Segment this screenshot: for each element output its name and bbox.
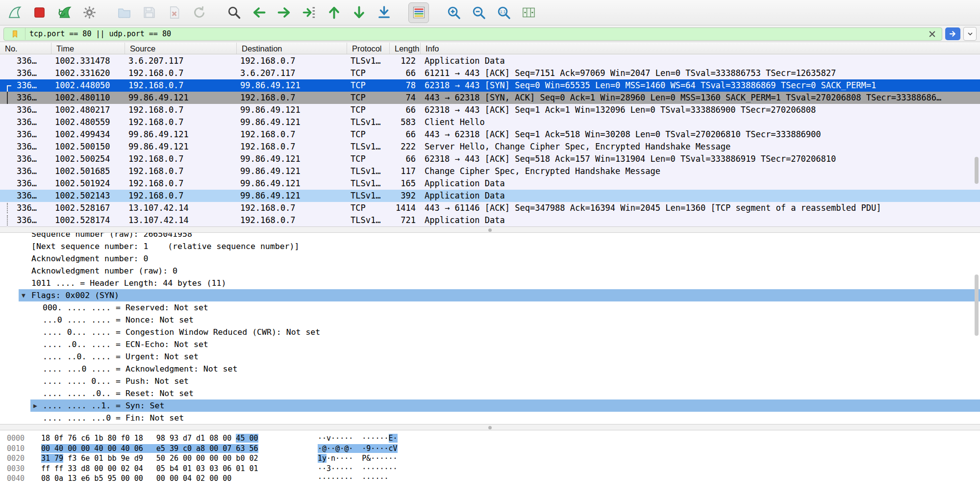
filter-dropdown-button[interactable] <box>963 27 977 41</box>
zoom-reset-button[interactable]: 1:1 <box>493 2 514 23</box>
cell-info: Application Data <box>421 190 980 202</box>
detail-line[interactable]: [Next sequence number: 1 (relative seque… <box>0 240 980 252</box>
hex-ascii[interactable]: ··v····· ······E· <box>318 433 398 444</box>
cell-protocol: TLSv1… <box>347 141 390 153</box>
resize-columns-button[interactable] <box>518 2 539 23</box>
detail-text: .... .... ...0 = Fin: Not set <box>43 412 184 424</box>
find-packet-button[interactable] <box>224 2 244 23</box>
collapse-icon[interactable]: ▼ <box>22 289 25 301</box>
packet-row[interactable]: 336…1002.48011099.86.49.121192.168.0.7TC… <box>0 92 980 104</box>
zoom-out-icon <box>471 5 486 20</box>
column-header-destination[interactable]: Destination <box>237 43 347 54</box>
detail-line[interactable]: ▼Flags: 0x002 (SYN) <box>0 289 980 301</box>
splitter-handle-icon[interactable] <box>488 426 492 429</box>
hex-ascii[interactable]: ········ ······ <box>318 474 389 484</box>
column-header-time[interactable]: Time <box>51 43 125 54</box>
hex-ascii[interactable]: ··3····· ········ <box>318 464 398 474</box>
auto-scroll-button[interactable] <box>374 2 394 23</box>
detail-line[interactable]: Acknowledgment number (raw): 0 <box>0 265 980 277</box>
detail-line[interactable]: 1011 .... = Header Length: 44 bytes (11) <box>0 277 980 289</box>
hex-bytes[interactable]: ff ff 33 d8 00 00 02 04 05 b4 01 03 03 0… <box>41 464 258 474</box>
detail-line[interactable]: .... 0... .... = Congestion Window Reduc… <box>0 326 980 338</box>
hex-bytes[interactable]: 18 0f 76 c6 1b 80 f0 18 98 93 d7 d1 08 0… <box>41 433 258 444</box>
column-header-info[interactable]: Info <box>421 43 980 54</box>
stop-capture-button[interactable] <box>29 2 50 23</box>
packet-row[interactable]: 336…1002.501924192.168.0.799.86.49.121TL… <box>0 177 980 190</box>
detail-line[interactable]: .... .... ...0 = Fin: Not set <box>0 412 980 424</box>
hex-row[interactable]: 004008 0a 13 e6 b5 95 00 00 00 00 04 02 … <box>0 474 980 484</box>
detail-line[interactable]: .... .0.. .... = ECN-Echo: Not set <box>0 338 980 350</box>
detail-line[interactable]: Acknowledgment number: 0 <box>0 252 980 265</box>
cell-info: 61211 → 443 [ACK] Seq=7151 Ack=97069 Win… <box>421 67 980 79</box>
column-header-protocol[interactable]: Protocol <box>347 43 390 54</box>
cell-time: 1002.528167 <box>51 202 125 214</box>
pane-splitter[interactable] <box>0 424 980 430</box>
go-last-packet-button[interactable] <box>349 2 369 23</box>
start-capture-button[interactable] <box>4 2 25 23</box>
packet-row[interactable]: 336…1002.501685192.168.0.799.86.49.121TL… <box>0 165 980 177</box>
shark-fin-start-icon <box>7 5 22 20</box>
hex-bytes[interactable]: 00 40 00 00 40 00 40 06 e5 39 c0 a8 00 0… <box>41 444 258 454</box>
packet-row[interactable]: 336…1002.52817413.107.42.14192.168.0.7TL… <box>0 214 980 226</box>
packet-row[interactable]: 336…1002.49943499.86.49.121192.168.0.7TC… <box>0 128 980 141</box>
capture-options-button[interactable] <box>79 2 100 23</box>
packet-list-scrollbar-thumb[interactable] <box>975 157 979 184</box>
packet-row[interactable]: 336…1002.448050192.168.0.799.86.49.121TC… <box>0 79 980 92</box>
packet-row[interactable]: 336…1002.480559192.168.0.799.86.49.121TL… <box>0 116 980 128</box>
detail-line[interactable]: 000. .... .... = Reserved: Not set <box>0 301 980 314</box>
column-header-source[interactable]: Source <box>125 43 237 54</box>
packet-row[interactable]: 336…1002.52816713.107.42.14192.168.0.7TC… <box>0 202 980 214</box>
hex-bytes[interactable]: 08 0a 13 e6 b5 95 00 00 00 00 04 02 00 0… <box>41 474 231 484</box>
detail-line[interactable]: Sequence number (raw): 2665041958 <box>0 233 980 240</box>
hex-row[interactable]: 002031 79 f3 6e 01 bb 9e d9 50 26 00 00 … <box>0 453 980 464</box>
column-header-no[interactable]: No. <box>0 43 51 54</box>
detail-line[interactable]: .... .... 0... = Push: Not set <box>0 375 980 387</box>
zoom-out-button[interactable] <box>468 2 489 23</box>
detail-line[interactable]: ...0 .... .... = Nonce: Not set <box>0 314 980 326</box>
zoom-in-button[interactable] <box>443 2 464 23</box>
detail-line[interactable]: .... ..0. .... = Urgent: Not set <box>0 350 980 363</box>
apply-filter-button[interactable] <box>945 27 960 40</box>
go-back-button[interactable] <box>249 2 269 23</box>
cell-destination: 192.168.0.7 <box>237 141 347 153</box>
reload-file-button[interactable] <box>189 2 209 23</box>
packet-row[interactable]: 336…1002.500254192.168.0.799.86.49.121TC… <box>0 153 980 165</box>
splitter-handle-icon[interactable] <box>488 228 492 232</box>
hex-row[interactable]: 001000 40 00 00 40 00 40 06 e5 39 c0 a8 … <box>0 444 980 454</box>
packet-row[interactable]: 336…1002.480217192.168.0.799.86.49.121TC… <box>0 104 980 116</box>
colorize-button[interactable] <box>408 2 429 23</box>
expand-icon[interactable]: ▶ <box>33 399 37 412</box>
detail-text: 000. .... .... = Reserved: Not set <box>43 301 208 314</box>
open-file-button[interactable] <box>114 2 134 23</box>
detail-line[interactable]: .... .... .0.. = Reset: Not set <box>0 387 980 399</box>
detail-line[interactable]: ▶.... .... ..1. = Syn: Set <box>0 399 980 412</box>
go-to-packet-button[interactable] <box>299 2 319 23</box>
details-scrollbar-thumb[interactable] <box>975 274 979 336</box>
cell-no: 336… <box>0 67 51 79</box>
restart-capture-button[interactable] <box>54 2 75 23</box>
go-first-packet-button[interactable] <box>324 2 344 23</box>
detail-line[interactable]: .... ...0 .... = Acknowledgment: Not set <box>0 363 980 375</box>
cell-no: 336… <box>0 177 51 190</box>
hex-row[interactable]: 000018 0f 76 c6 1b 80 f0 18 98 93 d7 d1 … <box>0 433 980 444</box>
column-header-length[interactable]: Length <box>390 43 421 54</box>
clear-filter-icon[interactable] <box>926 28 938 40</box>
cell-length: 117 <box>390 165 421 177</box>
detail-text: .... .... .0.. = Reset: Not set <box>43 387 194 399</box>
go-forward-button[interactable] <box>274 2 294 23</box>
packet-row[interactable]: 336…1002.502143192.168.0.799.86.49.121TL… <box>0 190 980 202</box>
cell-info: Client Hello <box>421 116 980 128</box>
close-file-button[interactable] <box>164 2 184 23</box>
display-filter-input[interactable]: tcp.port == 80 || udp.port == 80 <box>3 27 942 41</box>
packet-row[interactable]: 336…1002.50015099.86.49.121192.168.0.7TL… <box>0 141 980 153</box>
bookmark-ribbon-icon[interactable] <box>8 28 25 40</box>
save-file-button[interactable] <box>139 2 159 23</box>
packet-row[interactable]: 336…1002.331620192.168.0.73.6.207.117TCP… <box>0 67 980 79</box>
hex-ascii[interactable]: ·@··@·@· ·9····cV <box>318 444 398 454</box>
hex-ascii[interactable]: 1y·n···· P&······ <box>318 453 398 464</box>
cell-info: 62318 → 443 [ACK] Seq=1 Ack=1 Win=132096… <box>421 104 980 116</box>
hex-row[interactable]: 0030ff ff 33 d8 00 00 02 04 05 b4 01 03 … <box>0 464 980 474</box>
packet-row[interactable]: 336…1002.3314783.6.207.117192.168.0.7TLS… <box>0 55 980 67</box>
pane-splitter[interactable] <box>0 226 980 233</box>
hex-bytes[interactable]: 31 79 f3 6e 01 bb 9e d9 50 26 00 00 00 0… <box>41 453 258 464</box>
